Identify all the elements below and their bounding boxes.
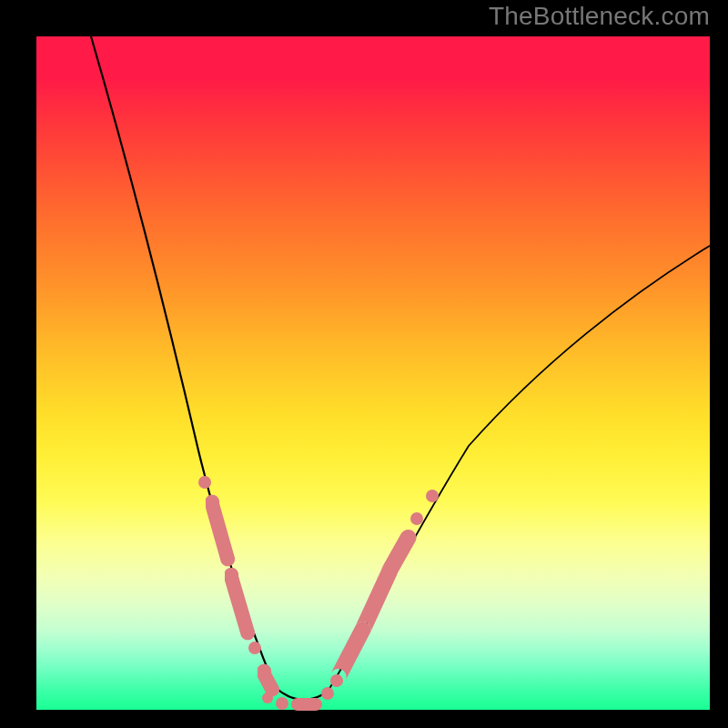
marker-pill bbox=[206, 495, 235, 567]
marker-dot bbox=[410, 512, 423, 525]
marker-pill bbox=[291, 698, 322, 711]
marker-dot bbox=[262, 693, 273, 703]
marker-dot bbox=[248, 642, 261, 654]
marker-dot bbox=[330, 674, 343, 687]
plot-area bbox=[36, 36, 710, 710]
bottleneck-curve bbox=[36, 36, 710, 710]
marker-dot bbox=[276, 697, 288, 710]
marker-dot bbox=[321, 687, 334, 700]
marker-dot bbox=[198, 476, 211, 489]
marker-pill bbox=[258, 664, 279, 697]
chart-frame: TheBottleneck.com bbox=[0, 0, 728, 728]
marker-pill bbox=[225, 568, 255, 641]
marker-pill bbox=[331, 622, 371, 680]
curve-right-branch bbox=[328, 246, 710, 692]
marker-dot bbox=[426, 490, 439, 502]
curve-left-branch bbox=[91, 36, 275, 687]
curve-markers bbox=[198, 476, 439, 711]
watermark-text: TheBottleneck.com bbox=[489, 2, 710, 31]
